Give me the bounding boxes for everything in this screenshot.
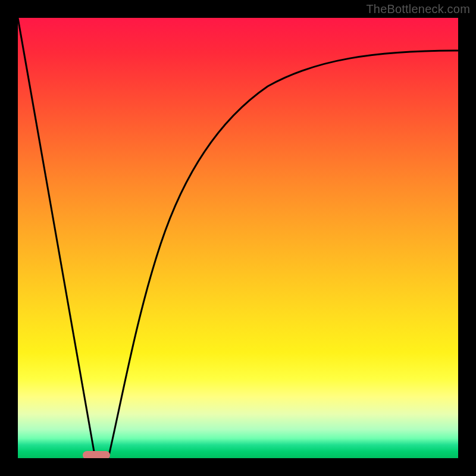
curve-right: [108, 51, 458, 458]
curve-left: [18, 18, 95, 458]
watermark-text: TheBottleneck.com: [366, 2, 470, 16]
chart-svg: [18, 18, 458, 458]
chart-frame: TheBottleneck.com: [0, 0, 476, 476]
bottleneck-marker: [83, 451, 110, 458]
plot-area: [18, 18, 458, 458]
